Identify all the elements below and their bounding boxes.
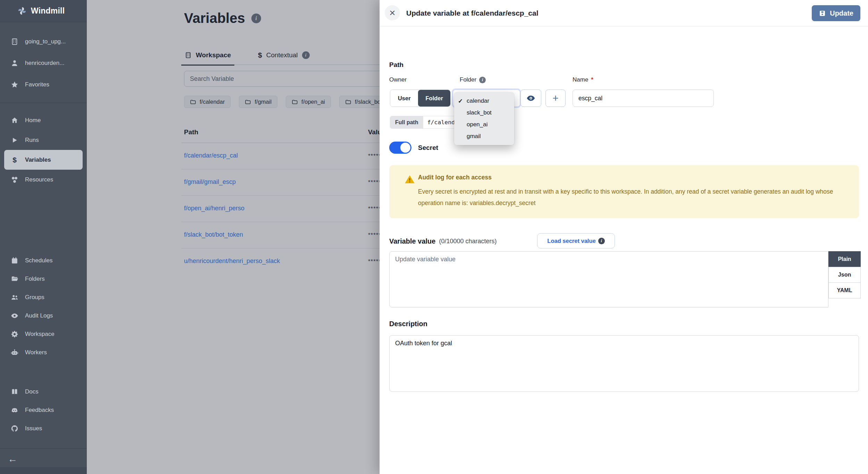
sidebar-admin-nav: Schedules Folders Groups Audit Logs — [0, 251, 87, 362]
nav-label: Schedules — [25, 257, 52, 264]
value-format-tabs: Plain Json YAML — [828, 251, 861, 298]
dropdown-option-gmail[interactable]: gmail — [454, 130, 514, 142]
sidebar-item-resources[interactable]: Resources — [0, 170, 87, 189]
sidebar-item-docs[interactable]: Docs — [0, 382, 87, 401]
warning-title: Audit log for each access — [418, 174, 492, 181]
warning-body: Every secret is encrypted at rest and in… — [418, 186, 853, 209]
name-label-text: Name — [573, 76, 588, 83]
drawer-header: Update variable at f/calendar/escp_cal U… — [380, 0, 868, 26]
sidebar-item-favorites[interactable]: Favorites — [0, 75, 87, 94]
eye-icon — [10, 312, 19, 320]
nav-label: Audit Logs — [25, 312, 53, 319]
arrow-left-icon — [8, 454, 17, 465]
sidebar-item-audit-logs[interactable]: Audit Logs — [0, 306, 87, 325]
nav-label: Resources — [25, 176, 53, 183]
eye-icon — [526, 94, 535, 103]
sidebar-item-folders[interactable]: Folders — [0, 270, 87, 288]
windmill-logo-icon — [17, 6, 27, 16]
format-tab-yaml[interactable]: YAML — [828, 282, 861, 298]
variable-name-input[interactable] — [573, 90, 714, 107]
update-button-label: Update — [830, 9, 853, 17]
sidebar-item-groups[interactable]: Groups — [0, 288, 87, 306]
sidebar-footer-strip — [0, 467, 87, 474]
nav-label: Home — [25, 117, 41, 124]
option-label: gmail — [467, 133, 481, 140]
gear-icon — [10, 330, 19, 338]
building-icon — [10, 37, 19, 46]
star-icon — [10, 81, 19, 89]
close-button[interactable] — [385, 5, 400, 20]
variable-value-textarea[interactable] — [389, 251, 828, 307]
dropdown-option-slack-bot[interactable]: slack_bot — [454, 107, 514, 119]
sidebar-links-nav: Docs Feedbacks Issues — [0, 382, 87, 438]
folder-label: Folder — [460, 76, 486, 83]
secret-label: Secret — [418, 142, 438, 154]
owner-folder-button[interactable]: Folder — [418, 90, 450, 107]
drawer-title: Update variable at f/calendar/escp_cal — [406, 0, 539, 26]
nav-label: Groups — [25, 294, 44, 301]
option-label: calendar — [467, 98, 489, 104]
sidebar-item-account[interactable]: henricourden... — [0, 53, 87, 73]
preview-folder-button[interactable] — [520, 90, 541, 107]
warning-icon — [404, 174, 415, 185]
owner-user-button[interactable]: User — [390, 90, 418, 107]
robot-icon — [10, 348, 19, 357]
collapse-sidebar-button[interactable] — [0, 451, 87, 467]
audit-warning-box: Audit log for each access Every secret i… — [389, 165, 859, 218]
full-path-label: Full path — [390, 116, 423, 128]
folder-icon — [10, 275, 19, 283]
update-variable-drawer: Update variable at f/calendar/escp_cal U… — [379, 0, 868, 474]
format-tab-json[interactable]: Json — [828, 267, 861, 283]
sidebar-item-workspace-settings[interactable]: Workspace — [0, 325, 87, 343]
sidebar-main-nav: Home Runs Variables Resources — [0, 110, 87, 189]
user-icon — [10, 59, 19, 67]
description-heading: Description — [389, 320, 427, 328]
calendar-icon — [10, 256, 19, 265]
folder-dropdown-menu: calendar slack_bot open_ai gmail — [454, 92, 514, 145]
owner-kind-segmented: User Folder — [390, 90, 451, 107]
discord-icon — [10, 406, 19, 414]
sidebar-item-runs[interactable]: Runs — [0, 130, 87, 150]
nav-label: Workers — [25, 349, 47, 356]
folder-label-text: Folder — [460, 76, 476, 83]
sidebar-item-home[interactable]: Home — [0, 110, 87, 130]
play-icon — [10, 136, 19, 144]
sidebar-top-nav: going_to_upg... henricourden... Favorite… — [0, 32, 87, 94]
variable-value-header: Variable value (0/10000 characters) — [389, 233, 497, 249]
load-secret-label: Load secret value — [547, 238, 595, 244]
save-icon — [819, 10, 826, 17]
option-label: slack_bot — [467, 109, 492, 116]
description-textarea[interactable]: OAuth token for gcal — [389, 335, 859, 392]
close-icon — [389, 8, 395, 18]
format-tab-plain[interactable]: Plain — [828, 251, 861, 267]
nav-label: Issues — [25, 425, 42, 432]
secret-toggle[interactable] — [389, 142, 411, 154]
sidebar-item-feedbacks[interactable]: Feedbacks — [0, 401, 87, 419]
sidebar: Windmill going_to_upg... henricou — [0, 0, 87, 474]
nav-label: Folders — [25, 276, 45, 282]
dropdown-option-open-ai[interactable]: open_ai — [454, 119, 514, 130]
sidebar-item-variables[interactable]: Variables — [4, 150, 83, 170]
load-secret-value-button[interactable]: Load secret value — [537, 233, 615, 248]
add-folder-button[interactable] — [545, 90, 566, 107]
favorites-label: Favorites — [25, 81, 49, 88]
plus-icon — [552, 93, 559, 103]
github-icon — [10, 424, 19, 433]
sidebar-divider — [0, 103, 87, 103]
required-asterisk: * — [591, 76, 593, 83]
check-icon — [458, 98, 465, 105]
sidebar-item-issues[interactable]: Issues — [0, 419, 87, 438]
sidebar-item-schedules[interactable]: Schedules — [0, 251, 87, 270]
nav-label: Variables — [25, 156, 51, 163]
update-button[interactable]: Update — [812, 5, 860, 21]
windmill-app: Windmill going_to_upg... henricou — [0, 0, 868, 474]
info-icon[interactable] — [479, 77, 486, 83]
sidebar-item-workers[interactable]: Workers — [0, 343, 87, 362]
name-label: Name * — [573, 76, 593, 83]
dollar-icon — [10, 156, 19, 164]
sidebar-item-workspace-switcher[interactable]: going_to_upg... — [0, 32, 87, 51]
app-logo[interactable]: Windmill — [0, 0, 87, 22]
dropdown-option-calendar[interactable]: calendar — [454, 95, 514, 107]
info-icon — [598, 238, 605, 244]
book-icon — [10, 388, 19, 396]
